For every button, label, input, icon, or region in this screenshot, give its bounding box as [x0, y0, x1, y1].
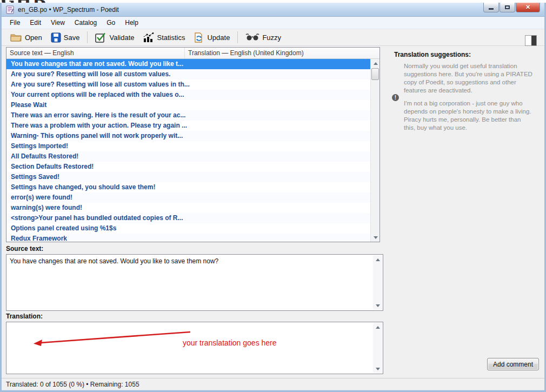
- list-item[interactable]: You have changes that are not saved. Wou…: [6, 59, 379, 69]
- poedit-window: en_GB.po • WP_Spectrum - Poedit ✕ File E…: [0, 3, 546, 392]
- window-controls: ✕: [483, 3, 540, 12]
- translation-input[interactable]: your translatation goes here: [6, 322, 383, 374]
- save-button[interactable]: Save: [46, 31, 84, 44]
- annotation-arrow: [32, 330, 195, 347]
- scroll-down-icon[interactable]: [373, 364, 382, 373]
- add-comment-button[interactable]: Add comment: [487, 358, 539, 370]
- column-header-translation[interactable]: Translation — English (United Kingdom): [185, 48, 379, 58]
- scroll-up-icon[interactable]: [371, 59, 380, 68]
- list-scrollbar[interactable]: [370, 59, 379, 242]
- minimize-button[interactable]: [483, 3, 499, 12]
- translation-list: Source text — English Translation — Engl…: [6, 47, 380, 242]
- statistics-button[interactable]: Statistics: [138, 31, 189, 44]
- source-text-label: Source text:: [6, 245, 43, 253]
- close-button[interactable]: ✕: [516, 3, 540, 12]
- source-scrollbar[interactable]: [373, 255, 382, 310]
- translation-label: Translation:: [6, 313, 43, 320]
- maximize-button[interactable]: [500, 3, 515, 12]
- source-text-value: You have changes that are not saved. Wou…: [10, 257, 370, 265]
- update-label: Update: [207, 34, 230, 42]
- minimize-icon: [489, 8, 494, 10]
- fuzzy-button[interactable]: Fuzzy: [241, 31, 285, 43]
- toolbar-separator: [87, 31, 88, 43]
- status-text: Translated: 0 of 1055 (0 %) • Remaining:…: [6, 381, 139, 388]
- content-area: Source text — English Translation — Engl…: [2, 46, 544, 378]
- list-item[interactable]: Settings have changed, you should save t…: [6, 182, 379, 192]
- scroll-down-icon[interactable]: [373, 301, 382, 310]
- scroll-down-icon[interactable]: [371, 233, 380, 242]
- list-item[interactable]: <strong>Your panel has bundled outdated …: [6, 213, 379, 223]
- menu-view[interactable]: View: [46, 17, 70, 28]
- list-body: You have changes that are not saved. Wou…: [6, 59, 379, 242]
- list-item[interactable]: Are you sure? Resetting will lose all cu…: [6, 69, 379, 79]
- sidebar-toggle-icon: [531, 36, 536, 45]
- maximize-icon: [505, 5, 510, 9]
- open-folder-icon: [10, 32, 22, 42]
- list-item[interactable]: error(s) were found!: [6, 192, 379, 203]
- menu-edit[interactable]: Edit: [25, 17, 46, 28]
- open-label: Open: [25, 34, 42, 42]
- list-item[interactable]: Section Defaults Restored!: [6, 162, 379, 172]
- list-item[interactable]: Please Wait: [6, 100, 379, 110]
- menu-file[interactable]: File: [5, 17, 25, 28]
- menubar: File Edit View Catalog Go Help: [2, 17, 544, 29]
- open-button[interactable]: Open: [6, 31, 46, 44]
- fuzzy-label: Fuzzy: [262, 34, 281, 42]
- statistics-chart-icon: [143, 32, 154, 43]
- menu-go[interactable]: Go: [102, 17, 120, 28]
- toolbar: Open Save Validate: [2, 29, 544, 46]
- list-item[interactable]: Settings Saved!: [6, 172, 379, 182]
- statistics-label: Statistics: [157, 34, 185, 42]
- toolbar-separator: [237, 31, 238, 43]
- translation-scrollbar[interactable]: [373, 323, 382, 373]
- suggestions-paragraph-1: Normally you would get useful translatio…: [404, 62, 532, 95]
- update-refresh-icon: [194, 32, 204, 43]
- suggestions-paragraph-2: I'm not a big corporation - just one guy…: [404, 99, 532, 132]
- menu-help[interactable]: Help: [120, 17, 143, 28]
- exclamation-icon: !: [392, 94, 399, 101]
- validate-button[interactable]: Validate: [91, 31, 138, 44]
- validate-check-icon: [95, 32, 106, 43]
- update-button[interactable]: Update: [189, 31, 234, 44]
- suggestions-title: Translation suggestions:: [394, 51, 471, 58]
- list-item[interactable]: Settings Imported!: [6, 141, 379, 151]
- menu-catalog[interactable]: Catalog: [70, 17, 102, 28]
- list-item[interactable]: Are you sure? Resetting will lose all cu…: [6, 79, 379, 90]
- scroll-up-icon[interactable]: [373, 255, 382, 264]
- save-floppy-icon: [51, 32, 61, 43]
- annotation-text: your translatation goes here: [183, 338, 277, 347]
- suggestions-sidebar: Translation suggestions: Normally you wo…: [384, 46, 544, 378]
- source-text-box: You have changes that are not saved. Wou…: [6, 254, 383, 311]
- save-label: Save: [64, 34, 80, 42]
- scroll-up-icon[interactable]: [373, 323, 382, 331]
- column-header-source[interactable]: Source text — English: [6, 48, 185, 58]
- list-item[interactable]: There was an error saving. Here is the r…: [6, 110, 379, 121]
- list-item[interactable]: Your current options will be replaced wi…: [6, 90, 379, 100]
- poedit-app-icon: [6, 5, 15, 14]
- titlebar[interactable]: en_GB.po • WP_Spectrum - Poedit ✕: [2, 3, 544, 17]
- list-item[interactable]: Options panel created using %1$s: [6, 223, 379, 234]
- status-bar: Translated: 0 of 1055 (0 %) • Remaining:…: [2, 378, 544, 390]
- sidebar-toggle-button[interactable]: [525, 35, 537, 46]
- screen: GHB en_GB.po • WP_Spectrum - Poedit ✕ Fi…: [0, 0, 546, 392]
- list-item[interactable]: All Defaults Restored!: [6, 151, 379, 162]
- validate-label: Validate: [109, 34, 134, 42]
- list-header: Source text — English Translation — Engl…: [6, 48, 379, 59]
- list-item[interactable]: warning(s) were found!: [6, 203, 379, 213]
- left-pane: Source text — English Translation — Engl…: [2, 46, 384, 378]
- window-title: en_GB.po • WP_Spectrum - Poedit: [18, 6, 119, 14]
- list-item[interactable]: Redux Framework: [6, 234, 379, 242]
- list-item[interactable]: Warning- This options panel will not wor…: [6, 131, 379, 141]
- list-item[interactable]: There was a problem with your action. Pl…: [6, 121, 379, 131]
- fuzzy-glasses-icon: [245, 33, 259, 42]
- scroll-thumb[interactable]: [371, 68, 379, 80]
- close-icon: ✕: [525, 4, 530, 11]
